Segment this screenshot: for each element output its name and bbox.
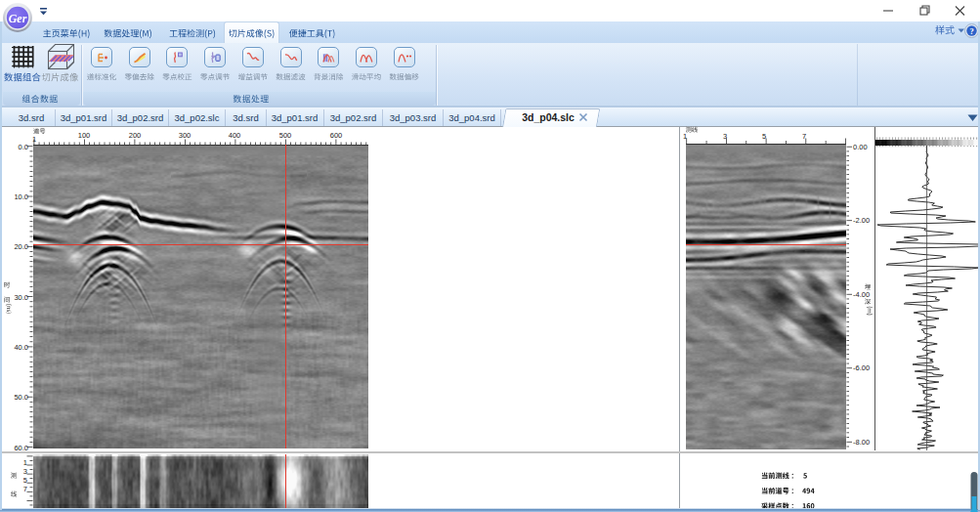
svg-text:?: ? bbox=[969, 26, 973, 36]
svg-text:Ger: Ger bbox=[9, 12, 27, 25]
